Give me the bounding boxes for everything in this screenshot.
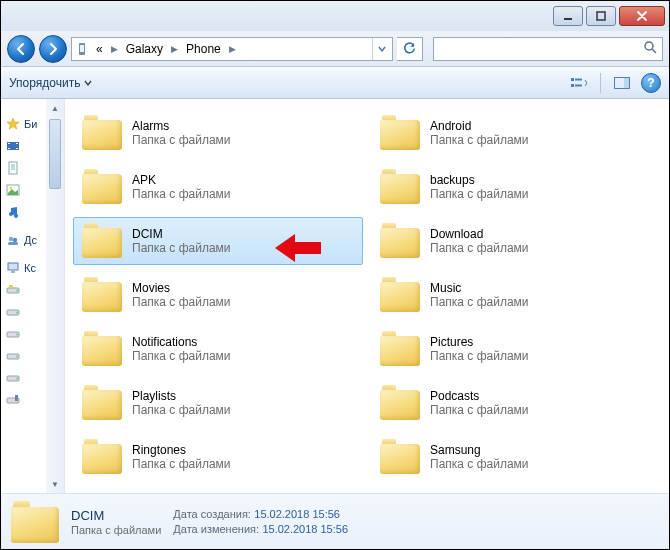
details-folder-icon — [11, 501, 59, 543]
refresh-button[interactable] — [397, 37, 423, 61]
svg-rect-26 — [8, 263, 18, 270]
svg-point-23 — [9, 237, 13, 241]
folder-name: Movies — [132, 281, 231, 295]
folder-name: Android — [430, 119, 529, 133]
breadcrumb-galaxy[interactable]: Galaxy — [120, 38, 169, 60]
folder-item-samsung[interactable]: SamsungПапка с файлами — [371, 433, 661, 481]
folder-item-android[interactable]: AndroidПапка с файлами — [371, 109, 661, 157]
folder-icon — [82, 115, 122, 151]
svg-line-5 — [652, 49, 656, 53]
toolbar-separator — [600, 73, 601, 93]
view-options-button[interactable] — [566, 72, 592, 94]
chevron-right-icon: ▶ — [169, 44, 180, 54]
window-titlebar — [1, 1, 669, 31]
folder-name: Samsung — [430, 443, 529, 457]
details-type: Папка с файлами — [71, 524, 161, 536]
svg-point-32 — [16, 312, 18, 314]
organize-menu[interactable]: Упорядочить — [9, 76, 92, 90]
folder-item-backups[interactable]: backupsПапка с файлами — [371, 163, 661, 211]
svg-rect-11 — [624, 78, 629, 88]
folder-item-ringtones[interactable]: RingtonesПапка с файлами — [73, 433, 363, 481]
folder-name: DCIM — [132, 227, 231, 241]
chevron-right-icon: ▶ — [109, 44, 120, 54]
folder-icon — [82, 385, 122, 421]
scroll-down-icon[interactable]: ▼ — [46, 475, 64, 493]
sidebar-label: Дс — [24, 234, 37, 246]
folder-name: Playlists — [132, 389, 231, 403]
folder-content-area: AlarmsПапка с файламиAndroidПапка с файл… — [65, 99, 669, 493]
folder-subtitle: Папка с файлами — [132, 403, 231, 417]
folder-item-notifications[interactable]: NotificationsПапка с файлами — [73, 325, 363, 373]
folder-item-pictures[interactable]: PicturesПапка с файлами — [371, 325, 661, 373]
sidebar-label: Би — [24, 118, 37, 130]
svg-rect-17 — [9, 162, 17, 174]
address-bar[interactable]: « ▶ Galaxy ▶ Phone ▶ — [71, 37, 393, 61]
navigation-bar: « ▶ Galaxy ▶ Phone ▶ — [1, 31, 669, 67]
folder-item-movies[interactable]: MoviesПапка с файлами — [73, 271, 363, 319]
drive-icon — [5, 304, 21, 320]
nav-forward-button[interactable] — [39, 35, 67, 63]
drive-icon — [5, 326, 21, 342]
svg-point-22 — [10, 187, 12, 189]
folder-icon — [82, 277, 122, 313]
svg-rect-16 — [16, 148, 18, 149]
help-button[interactable]: ? — [641, 73, 661, 93]
folder-subtitle: Папка с файлами — [430, 295, 529, 309]
svg-rect-27 — [11, 271, 15, 273]
computer-icon — [5, 260, 21, 276]
svg-rect-3 — [80, 45, 84, 52]
command-toolbar: Упорядочить ? — [1, 67, 669, 99]
folder-item-podcasts[interactable]: PodcastsПапка с файлами — [371, 379, 661, 427]
address-dropdown-button[interactable] — [372, 38, 390, 60]
nav-back-button[interactable] — [7, 35, 35, 63]
folder-item-playlists[interactable]: PlaylistsПапка с файлами — [73, 379, 363, 427]
folder-subtitle: Папка с файлами — [132, 295, 231, 309]
folder-item-music[interactable]: MusicПапка с файлами — [371, 271, 661, 319]
search-icon — [643, 40, 657, 57]
folder-subtitle: Папка с файлами — [430, 133, 529, 147]
folder-subtitle: Папка с файлами — [132, 349, 231, 363]
breadcrumb-overflow[interactable]: « — [90, 38, 109, 60]
folder-item-apk[interactable]: APKПапка с файлами — [73, 163, 363, 211]
folder-name: Music — [430, 281, 529, 295]
preview-pane-button[interactable] — [609, 72, 635, 94]
folder-item-alarms[interactable]: AlarmsПапка с файлами — [73, 109, 363, 157]
star-icon — [5, 116, 21, 132]
svg-rect-25 — [8, 242, 18, 245]
window-minimize-button[interactable] — [553, 6, 583, 26]
svg-rect-30 — [9, 285, 13, 288]
sidebar-scrollbar[interactable]: ▲ ▼ — [46, 99, 64, 493]
folder-item-dcim[interactable]: DCIMПапка с файлами — [73, 217, 363, 265]
svg-point-24 — [13, 238, 17, 242]
folder-subtitle: Папка с файлами — [430, 349, 529, 363]
svg-point-4 — [645, 42, 653, 50]
window-close-button[interactable] — [619, 6, 665, 26]
folder-subtitle: Папка с файлами — [132, 241, 231, 255]
phone-drive-icon — [5, 392, 21, 408]
svg-rect-40 — [15, 395, 18, 401]
navigation-sidebar: Би Дс Кс ▲ ▼ — [1, 99, 65, 493]
scroll-up-icon[interactable]: ▲ — [46, 99, 64, 117]
details-modified-label: Дата изменения: — [173, 523, 259, 535]
folder-name: Download — [430, 227, 529, 241]
folder-name: Ringtones — [132, 443, 231, 457]
organize-label: Упорядочить — [9, 76, 80, 90]
folder-item-download[interactable]: DownloadПапка с файлами — [371, 217, 661, 265]
svg-point-34 — [16, 334, 18, 336]
svg-rect-13 — [8, 143, 10, 144]
folder-icon — [82, 223, 122, 259]
svg-rect-0 — [564, 18, 572, 20]
window-maximize-button[interactable] — [586, 6, 616, 26]
scroll-thumb[interactable] — [49, 119, 61, 189]
details-created-value: 15.02.2018 15:56 — [254, 508, 340, 520]
folder-name: Notifications — [132, 335, 231, 349]
svg-rect-1 — [597, 12, 605, 20]
breadcrumb-phone[interactable]: Phone — [180, 38, 227, 60]
search-input[interactable] — [433, 37, 663, 61]
document-icon — [5, 160, 21, 176]
folder-icon — [380, 115, 420, 151]
chevron-down-icon — [84, 79, 92, 87]
folder-icon — [380, 277, 420, 313]
picture-icon — [5, 182, 21, 198]
svg-rect-14 — [8, 148, 10, 149]
